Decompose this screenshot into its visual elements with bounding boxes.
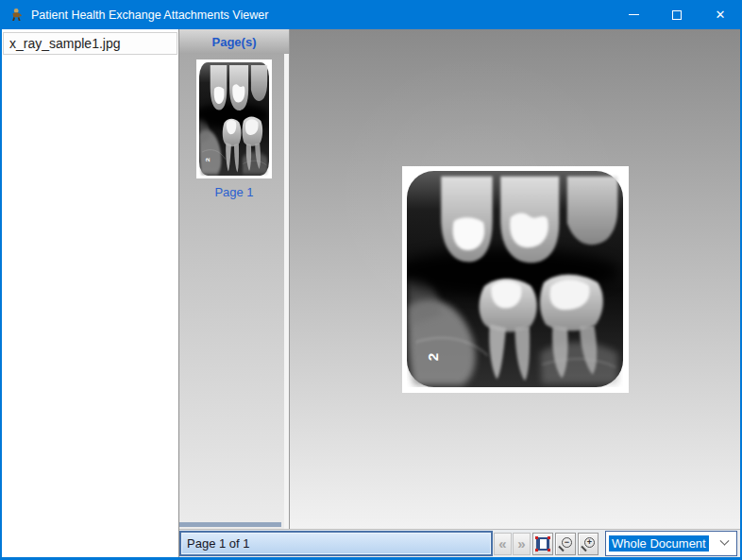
maximize-button[interactable]	[655, 0, 699, 29]
next-page-icon: »	[517, 536, 525, 551]
pages-panel: Page(s) Page 1	[179, 29, 290, 529]
fit-to-page-icon	[536, 537, 549, 551]
close-button[interactable]: ✕	[699, 0, 742, 29]
titlebar[interactable]: Patient Health Exchange Attachments View…	[0, 0, 742, 29]
page-thumbnail-image	[199, 62, 269, 176]
app-window: Patient Health Exchange Attachments View…	[0, 0, 742, 560]
pages-header-label: Page(s)	[212, 35, 257, 49]
xray-image	[407, 171, 623, 387]
zoom-in-button[interactable]: +	[578, 533, 599, 555]
page-thumbnail[interactable]	[196, 59, 272, 178]
page-thumbnail-caption: Page 1	[214, 185, 253, 199]
page-indicator-text: Page 1 of 1	[187, 536, 250, 551]
pages-panel-header: Page(s)	[179, 29, 289, 54]
app-icon	[8, 8, 24, 23]
status-bar: Page 1 of 1 « »	[179, 529, 740, 557]
previous-page-button[interactable]: «	[494, 533, 512, 555]
magnifier-plus-icon: +	[584, 537, 595, 548]
page-indicator-field[interactable]: Page 1 of 1	[179, 531, 493, 556]
zoom-out-button[interactable]: −	[555, 533, 576, 555]
document-viewer[interactable]	[290, 29, 740, 529]
zoom-mode-selected-value: Whole Document	[609, 535, 709, 552]
maximize-icon	[672, 10, 682, 20]
thumbnail-area: Page 1	[179, 54, 289, 529]
minimize-icon	[629, 14, 639, 15]
minimize-button[interactable]	[612, 0, 655, 29]
zoom-mode-select[interactable]: Whole Document	[605, 531, 737, 556]
chevron-down-icon	[720, 536, 730, 546]
close-icon: ✕	[716, 8, 726, 21]
fit-to-page-button[interactable]	[532, 533, 553, 555]
attachments-list: x_ray_sample1.jpg	[2, 29, 179, 557]
previous-page-icon: «	[498, 536, 506, 551]
thumbnail-vertical-scrollbar[interactable]	[284, 54, 289, 529]
window-content: x_ray_sample1.jpg Page(s) Page 1	[2, 29, 740, 557]
attachment-name: x_ray_sample1.jpg	[9, 36, 121, 51]
window-controls: ✕	[612, 0, 742, 29]
next-page-button[interactable]: »	[513, 533, 531, 555]
attachment-item[interactable]: x_ray_sample1.jpg	[3, 32, 177, 55]
window-title: Patient Health Exchange Attachments View…	[31, 8, 268, 22]
xray-page	[402, 166, 629, 393]
thumbnail-horizontal-scrollbar[interactable]	[179, 522, 281, 527]
magnifier-minus-icon: −	[562, 537, 572, 548]
